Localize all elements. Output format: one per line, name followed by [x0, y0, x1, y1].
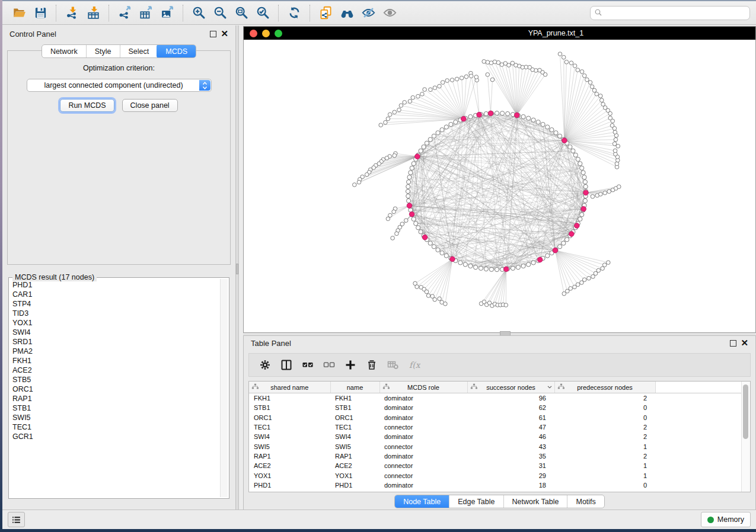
- zoom-out-button[interactable]: [209, 4, 231, 23]
- add-column-icon: [344, 359, 356, 371]
- mcds-result-item[interactable]: CAR1: [10, 290, 219, 299]
- table-row[interactable]: ACE2ACE2connector311: [249, 461, 746, 470]
- cell-filler: [655, 413, 746, 422]
- mcds-result-item[interactable]: FKH1: [10, 356, 219, 366]
- export-image-button[interactable]: [157, 4, 178, 23]
- mcds-result-item[interactable]: STB5: [10, 375, 219, 384]
- mcds-result-item[interactable]: TID3: [10, 309, 219, 318]
- add-column-button[interactable]: [342, 356, 359, 374]
- tab-edge-table[interactable]: Edge Table: [449, 495, 503, 508]
- table-row[interactable]: ORC1ORC1dominator610: [249, 413, 746, 422]
- tab-select[interactable]: Select: [120, 45, 158, 57]
- mcds-result-item[interactable]: ORC1: [10, 384, 219, 394]
- tab-motifs[interactable]: Motifs: [567, 495, 604, 508]
- open-file-button[interactable]: [8, 4, 30, 23]
- node-table[interactable]: shared namenameMCDS rolesuccessor nodesp…: [249, 382, 746, 490]
- mcds-result-item[interactable]: STB1: [10, 403, 219, 413]
- tab-network[interactable]: Network: [42, 45, 86, 57]
- minimize-window-icon[interactable]: [262, 30, 270, 37]
- export-network-button[interactable]: [114, 4, 135, 23]
- close-table-panel-icon[interactable]: ✕: [741, 340, 748, 346]
- tab-mcds[interactable]: MCDS: [157, 44, 196, 58]
- mcds-result-item[interactable]: RAP1: [10, 394, 219, 403]
- tab-node-table[interactable]: Node Table: [394, 495, 449, 508]
- table-row[interactable]: RAP1RAP1dominator352: [249, 451, 746, 461]
- mcds-result-scrollbar[interactable]: [220, 279, 228, 497]
- zoom-in-button[interactable]: [188, 4, 209, 23]
- run-mcds-button[interactable]: Run MCDS: [60, 99, 114, 112]
- table-panel-titlebar: Table Panel ✕: [244, 336, 755, 350]
- column-header-successor-nodes[interactable]: successor nodes: [467, 382, 554, 393]
- deselect-all-button[interactable]: [320, 356, 338, 374]
- column-header-name[interactable]: name: [330, 382, 379, 393]
- network-search-box[interactable]: [590, 6, 750, 20]
- columns-button[interactable]: [277, 356, 295, 374]
- close-panel-button[interactable]: Close panel: [122, 99, 178, 112]
- mcds-result-item[interactable]: TEC1: [10, 422, 219, 432]
- toolbar-separator: [278, 5, 279, 21]
- hide-selected-button[interactable]: [358, 4, 379, 23]
- table-row[interactable]: PHD1PHD1dominator180: [249, 480, 746, 490]
- network-canvas[interactable]: [244, 40, 755, 332]
- table-row[interactable]: YOX1YOX1connector291: [249, 470, 746, 480]
- refresh-view-button[interactable]: [283, 4, 305, 23]
- task-history-button[interactable]: [8, 512, 25, 527]
- mcds-result-item[interactable]: STP4: [10, 299, 219, 309]
- export-table-button[interactable]: [135, 4, 157, 23]
- table-row[interactable]: FKH1FKH1dominator962: [249, 393, 746, 403]
- column-header-shared-name[interactable]: shared name: [249, 382, 330, 393]
- close-window-icon[interactable]: [250, 30, 257, 37]
- mcds-result-item[interactable]: SWI5: [10, 413, 219, 422]
- mcds-result-item[interactable]: YOX1: [10, 318, 219, 328]
- float-table-panel-icon[interactable]: [730, 340, 736, 347]
- float-panel-icon[interactable]: [210, 31, 216, 37]
- cell-shared-name: YOX1: [249, 470, 330, 480]
- cell-name: STB1: [330, 403, 379, 412]
- criterion-select[interactable]: largest connected component (undirected): [27, 79, 212, 92]
- cell-shared-name: RAP1: [249, 451, 330, 461]
- settings-gear-button[interactable]: [256, 356, 274, 374]
- cell-predecessor-nodes: 2: [554, 422, 655, 432]
- copy-network-button[interactable]: [315, 4, 336, 23]
- cell-successor-nodes: 46: [467, 432, 554, 441]
- mcds-result-item[interactable]: SRD1: [10, 337, 219, 347]
- zoom-selected-button[interactable]: [252, 4, 273, 23]
- first-neighbors-button[interactable]: [336, 4, 358, 23]
- column-header-predecessor-nodes[interactable]: predecessor nodes: [554, 382, 655, 393]
- cell-predecessor-nodes: 2: [554, 393, 655, 403]
- select-all-button[interactable]: [299, 356, 317, 374]
- mcds-result-item[interactable]: SWI4: [10, 328, 219, 337]
- close-panel-icon[interactable]: ✕: [221, 31, 228, 37]
- mcds-result-item[interactable]: PHD1: [10, 280, 219, 290]
- table-row[interactable]: SWI4SWI4dominator462: [249, 432, 746, 441]
- mcds-result-item[interactable]: PMA2: [10, 347, 219, 356]
- export-table-icon: [139, 6, 153, 20]
- search-input[interactable]: [605, 8, 746, 18]
- memory-button[interactable]: Memory: [701, 512, 751, 527]
- right-area: YPA_prune.txt_1 Table Panel ✕: [239, 25, 756, 509]
- open-file-icon: [12, 6, 26, 20]
- show-all-button[interactable]: [379, 4, 400, 23]
- splitter-grip[interactable]: [236, 264, 238, 274]
- table-row[interactable]: STB1STB1dominator620: [249, 403, 746, 412]
- zoom-fit-button[interactable]: [231, 4, 252, 23]
- mcds-result-item[interactable]: GCR1: [10, 432, 219, 441]
- mcds-result-list[interactable]: PHD1CAR1STP4TID3YOX1SWI4SRD1PMA2FKH1ACE2…: [10, 280, 219, 497]
- import-table-button[interactable]: [82, 4, 104, 23]
- save-session-button[interactable]: [30, 4, 51, 23]
- tab-style[interactable]: Style: [86, 45, 120, 57]
- table-row[interactable]: TEC1TEC1connector472: [249, 422, 746, 432]
- select-stepper-icon[interactable]: [199, 80, 210, 91]
- import-network-button[interactable]: [61, 4, 82, 23]
- column-header-MCDS-role[interactable]: MCDS role: [379, 382, 467, 393]
- network-graph[interactable]: [244, 40, 755, 332]
- cell-filler: [655, 451, 746, 461]
- table-scrollbar-thumb[interactable]: [743, 384, 748, 439]
- mcds-result-item[interactable]: ACE2: [10, 366, 219, 375]
- delete-column-button[interactable]: [363, 356, 381, 374]
- tab-network-table[interactable]: Network Table: [503, 495, 567, 508]
- table-row[interactable]: SWI5SWI5connector431: [249, 441, 746, 451]
- table-scrollbar[interactable]: [741, 382, 750, 492]
- maximize-window-icon[interactable]: [275, 30, 282, 37]
- delete-table-icon: [387, 359, 399, 371]
